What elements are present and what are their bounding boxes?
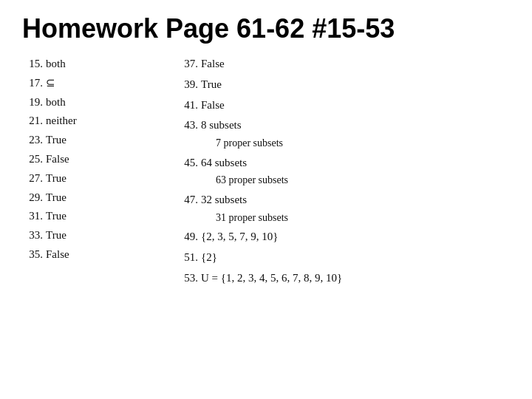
item-number: 15. (22, 55, 46, 74)
list-item: 15.both (22, 55, 177, 74)
item-number: 43. (177, 116, 201, 135)
list-item: 19.both (22, 93, 177, 112)
item-value: 32 subsets (201, 191, 247, 210)
item-value: False (201, 55, 225, 74)
item-number: 25. (22, 150, 46, 169)
item-row: 49.{2, 3, 5, 7, 9, 10} (177, 228, 466, 247)
item-number: 21. (22, 112, 46, 131)
item-value: True (46, 207, 66, 226)
list-item: 45.64 subsets63 proper subsets (177, 154, 466, 189)
item-number: 53. (177, 269, 201, 288)
item-row: 41.False (177, 96, 466, 115)
list-item: 33.True (22, 226, 177, 245)
item-value: both (46, 55, 66, 74)
item-number: 27. (22, 169, 46, 188)
list-item: 17.⊆ (22, 74, 177, 93)
item-number: 33. (22, 226, 46, 245)
list-item: 23.True (22, 131, 177, 150)
item-row: 39.True (177, 75, 466, 95)
list-item: 41.False (177, 96, 466, 115)
item-row: 37.False (177, 55, 466, 74)
item-number: 49. (177, 228, 201, 247)
page-title: Homework Page 61-62 #15-53 (22, 13, 510, 44)
item-number: 47. (177, 191, 201, 210)
item-number: 37. (177, 55, 201, 74)
item-value: False (201, 96, 225, 115)
item-number: 35. (22, 245, 46, 265)
right-column: 37.False39.True41.False43.8 subsets7 pro… (177, 55, 466, 289)
list-item: 39.True (177, 75, 466, 95)
item-number: 41. (177, 96, 201, 115)
item-number: 45. (177, 154, 201, 173)
list-item: 21.neither (22, 112, 177, 131)
item-number: 39. (177, 75, 201, 95)
item-value: 64 subsets (201, 154, 247, 173)
item-row: 53.U = {1, 2, 3, 4, 5, 6, 7, 8, 9, 10} (177, 269, 466, 288)
item-row: 45.64 subsets (177, 154, 466, 173)
item-number: 29. (22, 188, 46, 208)
list-item: 53.U = {1, 2, 3, 4, 5, 6, 7, 8, 9, 10} (177, 269, 466, 288)
item-row: 51.{2} (177, 248, 466, 267)
item-value: ⊆ (46, 74, 55, 93)
list-item: 27.True (22, 169, 177, 188)
item-row: 47.32 subsets (177, 191, 466, 210)
list-item: 43.8 subsets7 proper subsets (177, 116, 466, 151)
list-item: 35.False (22, 245, 177, 265)
item-number: 31. (22, 207, 46, 226)
item-number: 51. (177, 248, 201, 267)
item-number: 17. (22, 74, 46, 93)
item-value: U = {1, 2, 3, 4, 5, 6, 7, 8, 9, 10} (201, 269, 342, 288)
page: Homework Page 61-62 #15-53 15.both17.⊆19… (0, 0, 532, 399)
list-item: 49.{2, 3, 5, 7, 9, 10} (177, 228, 466, 247)
list-item: 29.True (22, 188, 177, 208)
item-value: True (201, 75, 222, 95)
item-value: both (46, 93, 66, 112)
content-area: 15.both17.⊆19.both21.neither23.True25.Fa… (22, 55, 510, 289)
item-value: {2, 3, 5, 7, 9, 10} (201, 228, 278, 247)
item-value: True (46, 226, 66, 245)
item-row: 43.8 subsets (177, 116, 466, 135)
item-value: False (46, 245, 69, 265)
item-number: 23. (22, 131, 46, 150)
left-column: 15.both17.⊆19.both21.neither23.True25.Fa… (22, 55, 177, 289)
item-number: 19. (22, 93, 46, 112)
item-value: neither (46, 112, 77, 131)
list-item: 47.32 subsets31 proper subsets (177, 191, 466, 226)
list-item: 51.{2} (177, 248, 466, 267)
item-sub-value: 63 proper subsets (177, 172, 466, 188)
item-value: True (46, 131, 66, 150)
item-value: {2} (201, 248, 217, 267)
list-item: 31.True (22, 207, 177, 226)
item-value: 8 subsets (201, 116, 242, 135)
item-value: False (46, 150, 69, 169)
item-sub-value: 7 proper subsets (177, 135, 466, 151)
item-value: True (46, 188, 66, 208)
item-sub-value: 31 proper subsets (177, 210, 466, 226)
item-value: True (46, 169, 66, 188)
list-item: 25.False (22, 150, 177, 169)
list-item: 37.False (177, 55, 466, 74)
